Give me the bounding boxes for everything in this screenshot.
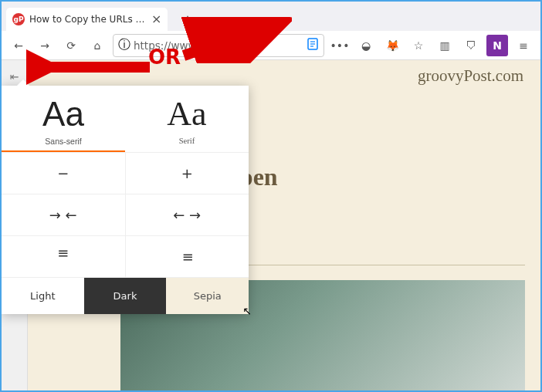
font-size-increase[interactable]: + (125, 153, 249, 194)
library-icon: ▥ (439, 39, 449, 52)
tab-favicon: gP (12, 13, 25, 25)
theme-light[interactable]: Light (2, 278, 84, 314)
more-icon: ••• (330, 39, 350, 52)
font-serif-glyph: Aa (125, 96, 249, 132)
shield-icon: ⛉ (466, 39, 476, 52)
annotation-arrow-left (26, 46, 158, 89)
annotation-or-label: OR (148, 46, 181, 69)
theme-dark[interactable]: Dark (84, 278, 167, 314)
svg-line-5 (184, 25, 275, 56)
shield-button[interactable]: ⛉ (460, 35, 482, 56)
font-option-serif[interactable]: Aa Serif (125, 86, 249, 150)
annotation-arrow-right (176, 17, 292, 63)
font-serif-label: Serif (125, 137, 249, 145)
bookmark-button[interactable]: ☆ (408, 35, 429, 56)
menu-icon: ≡ (519, 39, 528, 52)
back-icon: ← (14, 39, 23, 52)
firefox-account-button[interactable]: 🦊 (381, 35, 403, 56)
reader-view-icon[interactable] (307, 38, 319, 53)
menu-button[interactable]: ≡ (513, 35, 534, 56)
theme-sepia[interactable]: Sepia (166, 278, 249, 314)
line-height-loose[interactable]: ≡ (125, 236, 249, 277)
font-option-sans[interactable]: Aa Sans-serif (2, 86, 125, 150)
font-sans-glyph: Aa (2, 96, 125, 132)
star-icon: ☆ (414, 39, 424, 52)
cursor-icon: ↖ (242, 305, 252, 317)
firefox-icon: 🦊 (386, 39, 399, 52)
pocket-icon: ◒ (361, 39, 371, 52)
tab-active[interactable]: gP How to Copy the URLs From All × (6, 8, 168, 31)
tab-title: How to Copy the URLs From All (29, 14, 145, 25)
font-size-decrease[interactable]: − (2, 153, 125, 194)
content-width-wide[interactable]: ← → (125, 194, 249, 235)
font-sans-label: Sans-serif (2, 137, 125, 146)
library-button[interactable]: ▥ (434, 35, 456, 56)
page-actions-button[interactable]: ••• (329, 35, 351, 56)
content-area: ⇤ Aa ⫴ ◒ groovyPost.com URLs From All Op… (2, 60, 540, 390)
type-controls-panel: Aa Sans-serif Aa Serif − + → ← ← → ≡ ≡ (2, 86, 249, 314)
site-brand: groovyPost.com (418, 66, 523, 86)
content-width-narrow[interactable]: → ← (2, 194, 125, 235)
line-height-tight[interactable]: ≡ (2, 236, 125, 277)
onenote-button[interactable]: N (486, 35, 508, 56)
onenote-icon: N (493, 39, 502, 52)
tab-close-icon[interactable]: × (151, 13, 161, 25)
pocket-button[interactable]: ◒ (355, 35, 377, 56)
